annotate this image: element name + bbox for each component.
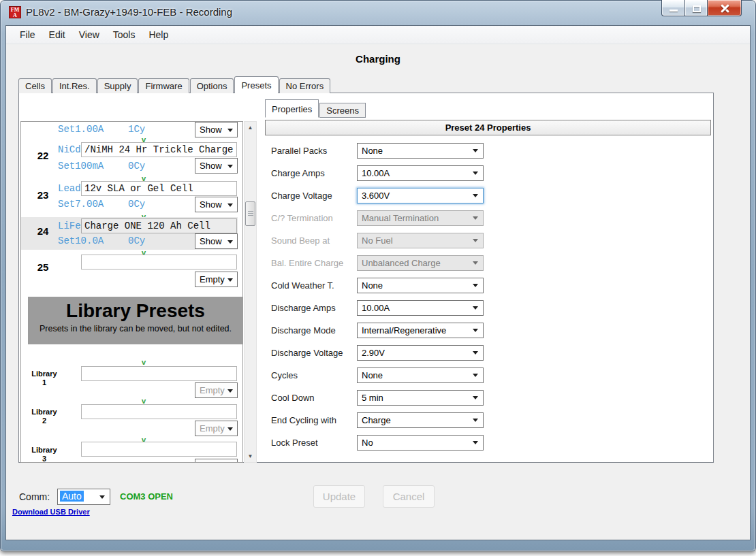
main-tabs: Cells Int.Res. Supply Firmware Options P… bbox=[18, 76, 331, 93]
chevron-down-icon bbox=[473, 419, 478, 422]
chevron-down-icon bbox=[473, 149, 478, 152]
menu-help[interactable]: Help bbox=[142, 27, 175, 42]
chevron-down-icon bbox=[473, 194, 478, 197]
sound-beep-dropdown: No Fuel bbox=[357, 233, 484, 248]
chevron-down-icon bbox=[473, 374, 478, 377]
chevron-down-icon bbox=[99, 495, 105, 499]
menu-view[interactable]: View bbox=[72, 27, 106, 42]
tab-firmware[interactable]: Firmware bbox=[138, 78, 189, 93]
chevron-down-icon bbox=[473, 239, 478, 242]
page-title: Charging bbox=[0, 53, 756, 65]
cool-down-dropdown[interactable]: 5 min bbox=[357, 390, 484, 406]
field-cold-weather: Cold Weather T. None bbox=[265, 278, 711, 293]
scroll-down-arrow-icon[interactable]: ▼ bbox=[245, 451, 256, 462]
scrollbar-thumb[interactable] bbox=[245, 201, 255, 226]
charge-voltage-dropdown[interactable]: 3.600V bbox=[357, 188, 484, 203]
preset-number: 23 bbox=[29, 189, 57, 201]
minimize-button[interactable] bbox=[661, 0, 684, 16]
scrollbar-grip bbox=[248, 211, 253, 217]
library-name-input[interactable] bbox=[81, 442, 237, 457]
discharge-amps-dropdown[interactable]: 10.00A bbox=[357, 300, 484, 316]
end-cycling-dropdown[interactable]: Charge bbox=[357, 412, 484, 428]
preset-visibility-dropdown[interactable]: Show bbox=[195, 158, 238, 174]
chevron-down-icon bbox=[473, 216, 478, 220]
comm-status: COM3 OPEN bbox=[120, 491, 173, 502]
preset-set-amps: Set1.00A bbox=[58, 124, 104, 135]
titlebar[interactable]: FM A PL8v2 - BM-Grazy+1949-10-FEB - Reco… bbox=[0, 0, 756, 25]
tab-supply[interactable]: Supply bbox=[97, 78, 138, 93]
update-button: Update bbox=[313, 485, 365, 508]
properties-tabs: Properties Screens bbox=[265, 99, 366, 118]
discharge-mode-dropdown[interactable]: Internal/Regenerative bbox=[357, 323, 484, 338]
lock-preset-dropdown[interactable]: No bbox=[357, 435, 484, 451]
tab-screens[interactable]: Screens bbox=[319, 103, 366, 118]
minimize-icon bbox=[670, 10, 678, 12]
library-label: Library 2 bbox=[27, 408, 62, 425]
field-lock-preset: Lock Preset No bbox=[265, 435, 711, 451]
field-cool-down: Cool Down 5 min bbox=[265, 390, 711, 406]
field-end-cycling: End Cycling with Charge bbox=[265, 412, 711, 428]
chevron-down-icon bbox=[473, 441, 478, 444]
menu-edit[interactable]: Edit bbox=[42, 27, 72, 42]
chevron-down-icon bbox=[227, 165, 233, 168]
field-cycles: Cycles None bbox=[265, 367, 711, 383]
properties-header: Preset 24 Properties bbox=[265, 120, 711, 135]
menu-tools[interactable]: Tools bbox=[106, 27, 142, 42]
library-name-input[interactable] bbox=[81, 366, 237, 381]
preset-chemistry: Lead bbox=[58, 183, 81, 194]
preset-name-input[interactable] bbox=[81, 218, 237, 233]
chevron-down-icon bbox=[473, 351, 478, 355]
cycles-dropdown[interactable]: None bbox=[357, 367, 484, 383]
cancel-button: Cancel bbox=[383, 485, 435, 508]
preset-cycles: 0Cy bbox=[128, 235, 145, 246]
field-termination: C/? Termination Manual Termination bbox=[265, 210, 711, 226]
preset-visibility-dropdown[interactable]: Show bbox=[195, 122, 238, 137]
library-banner-title: Library Presets bbox=[28, 300, 243, 322]
library-banner-subtitle: Presets in the library can be moved, but… bbox=[28, 324, 243, 333]
preset-list-scrollbar[interactable]: ▲ ▼ bbox=[244, 121, 257, 463]
preset-name-input[interactable] bbox=[81, 181, 237, 196]
preset-name-input[interactable] bbox=[81, 255, 237, 269]
library-visibility-dropdown: Empty bbox=[195, 459, 238, 463]
preset-visibility-dropdown[interactable]: Empty bbox=[195, 272, 238, 287]
library-visibility-dropdown: Empty bbox=[195, 382, 238, 398]
comm-port-dropdown[interactable]: Auto bbox=[57, 489, 110, 505]
parallel-packs-dropdown[interactable]: None bbox=[357, 143, 484, 159]
scroll-up-arrow-icon[interactable]: ▲ bbox=[245, 122, 256, 133]
library-presets-banner: Library Presets Presets in the library c… bbox=[28, 297, 243, 344]
tab-options[interactable]: Options bbox=[190, 78, 234, 93]
preset-number: 25 bbox=[29, 261, 57, 273]
close-button[interactable] bbox=[708, 0, 742, 16]
chevron-down-icon bbox=[227, 129, 233, 132]
discharge-voltage-dropdown[interactable]: 2.90V bbox=[357, 345, 484, 361]
chevron-down-icon bbox=[473, 284, 478, 287]
tab-presets[interactable]: Presets bbox=[234, 76, 278, 93]
field-discharge-mode: Discharge Mode Internal/Regenerative bbox=[265, 323, 711, 338]
library-name-input[interactable] bbox=[81, 404, 237, 419]
preset-cycles: 0Cy bbox=[128, 161, 145, 171]
chevron-down-icon bbox=[227, 427, 233, 431]
preset-name-input[interactable] bbox=[81, 142, 237, 157]
preset-visibility-dropdown[interactable]: Show bbox=[195, 197, 238, 212]
tab-no-errors[interactable]: No Errors bbox=[279, 78, 331, 93]
menu-file[interactable]: File bbox=[13, 27, 42, 42]
tab-int-res[interactable]: Int.Res. bbox=[52, 78, 97, 93]
download-usb-driver-link[interactable]: Download USB Driver bbox=[12, 508, 90, 516]
tab-properties[interactable]: Properties bbox=[265, 99, 319, 118]
chevron-down-icon bbox=[473, 396, 478, 399]
tab-cells[interactable]: Cells bbox=[18, 78, 52, 93]
application-window: FM A PL8v2 - BM-Grazy+1949-10-FEB - Reco… bbox=[0, 0, 756, 556]
charge-amps-dropdown[interactable]: 10.00A bbox=[357, 165, 484, 181]
termination-dropdown: Manual Termination bbox=[357, 210, 484, 226]
field-charge-amps: Charge Amps 10.00A bbox=[265, 165, 711, 181]
field-discharge-amps: Discharge Amps 10.00A bbox=[265, 300, 711, 316]
preset-number: 22 bbox=[29, 150, 57, 161]
chevron-down-icon bbox=[473, 261, 478, 265]
chevron-down-icon bbox=[227, 203, 233, 207]
preset-chemistry: NiCd bbox=[58, 144, 81, 155]
cold-weather-dropdown[interactable]: None bbox=[357, 278, 484, 293]
chevron-down-icon bbox=[227, 278, 233, 282]
maximize-button[interactable] bbox=[684, 0, 708, 16]
preset-visibility-dropdown[interactable]: Show bbox=[195, 233, 238, 249]
field-sound-beep: Sound Beep at No Fuel bbox=[265, 233, 711, 248]
